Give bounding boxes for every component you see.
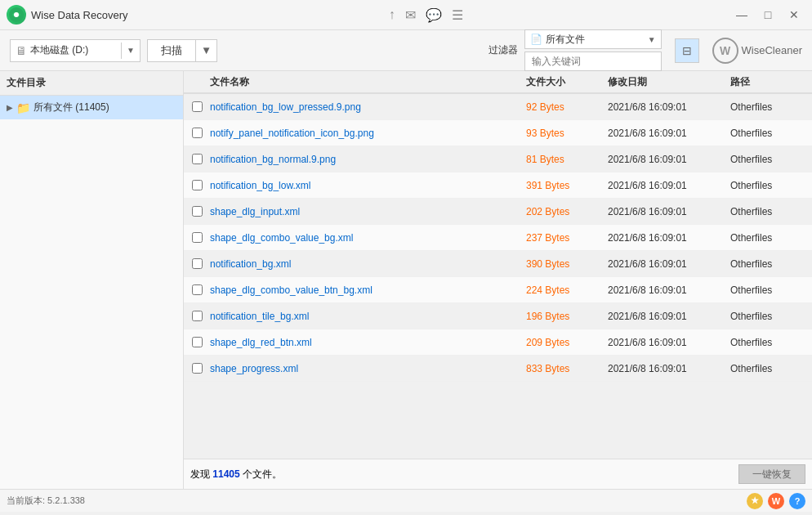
file-name: shape_dlg_combo_value_bg.xml xyxy=(207,232,523,244)
scan-button-group: 扫描 ▼ xyxy=(147,39,217,62)
header-date[interactable]: 修改日期 xyxy=(605,75,727,89)
table-row[interactable]: notification_tile_bg.xml 196 Bytes 2021/… xyxy=(184,303,812,329)
table-row[interactable]: shape_progress.xml 833 Bytes 2021/6/8 16… xyxy=(184,356,812,382)
table-row[interactable]: shape_dlg_input.xml 202 Bytes 2021/6/8 1… xyxy=(184,199,812,225)
email-icon[interactable]: ✉ xyxy=(405,7,416,23)
file-size: 196 Bytes xyxy=(523,311,605,322)
file-size: 92 Bytes xyxy=(523,101,605,113)
sidebar-item-all-files[interactable]: ▶ 📁 所有文件 (11405) xyxy=(0,96,183,119)
footer-icons: ★ W ? xyxy=(747,493,805,509)
file-size: 202 Bytes xyxy=(523,206,605,217)
filter-select[interactable]: 📄 所有文件 ▼ xyxy=(524,29,662,49)
file-checkbox[interactable] xyxy=(187,154,207,164)
wb-icon[interactable]: W xyxy=(768,493,784,509)
minimize-button[interactable]: — xyxy=(730,7,753,23)
file-path: Otherfiles xyxy=(727,232,809,244)
file-path: Otherfiles xyxy=(727,258,809,270)
title-icons: ↑ ✉ 💬 ☰ xyxy=(389,7,463,23)
drive-select[interactable]: 🖥 本地磁盘 (D:) ▼ xyxy=(10,39,141,62)
file-name: shape_dlg_combo_value_btn_bg.xml xyxy=(207,284,523,296)
file-date: 2021/6/8 16:09:01 xyxy=(605,180,727,191)
table-row[interactable]: shape_dlg_red_btn.xml 209 Bytes 2021/6/8… xyxy=(184,329,812,356)
footer-version: 当前版本: 5.2.1.338 xyxy=(7,495,85,507)
file-name: notify_panel_notification_icon_bg.png xyxy=(207,128,523,139)
sidebar: 文件目录 ▶ 📁 所有文件 (11405) xyxy=(0,71,184,489)
maximize-button[interactable]: □ xyxy=(756,7,779,23)
file-path: Otherfiles xyxy=(727,337,809,348)
footer-bar: 当前版本: 5.2.1.338 ★ W ? xyxy=(0,489,812,512)
file-checkbox[interactable] xyxy=(187,232,207,243)
file-checkbox[interactable] xyxy=(187,180,207,190)
table-row[interactable]: shape_dlg_combo_value_btn_bg.xml 224 Byt… xyxy=(184,277,812,303)
sidebar-expand-icon: ▶ xyxy=(7,103,13,112)
file-name: notification_bg_low.xml xyxy=(207,180,523,191)
file-path: Otherfiles xyxy=(727,180,809,191)
folder-icon: 📁 xyxy=(16,101,30,114)
file-size: 237 Bytes xyxy=(523,232,605,244)
drive-label: 本地磁盘 (D:) xyxy=(30,43,118,57)
table-row[interactable]: notification_bg.xml 390 Bytes 2021/6/8 1… xyxy=(184,251,812,277)
table-row[interactable]: shape_dlg_combo_value_bg.xml 237 Bytes 2… xyxy=(184,225,812,251)
split-view-button[interactable]: ⊟ xyxy=(676,39,698,62)
file-name: notification_bg.xml xyxy=(207,258,523,270)
table-row[interactable]: notify_panel_notification_icon_bg.png 93… xyxy=(184,120,812,146)
file-size: 224 Bytes xyxy=(523,284,605,296)
file-name: shape_dlg_input.xml xyxy=(207,206,523,217)
file-size: 81 Bytes xyxy=(523,154,605,165)
drive-dropdown-arrow: ▼ xyxy=(121,43,135,59)
file-date: 2021/6/8 16:09:01 xyxy=(605,128,727,139)
file-date: 2021/6/8 16:09:01 xyxy=(605,258,727,270)
file-size: 209 Bytes xyxy=(523,337,605,348)
file-date: 2021/6/8 16:09:01 xyxy=(605,311,727,322)
file-checkbox[interactable] xyxy=(187,101,207,112)
file-size: 93 Bytes xyxy=(523,128,605,139)
svg-point-1 xyxy=(14,12,19,17)
wisecleaner-logo: W WiseCleaner xyxy=(712,38,802,64)
upload-icon[interactable]: ↑ xyxy=(389,7,395,22)
file-checkbox[interactable] xyxy=(187,363,207,374)
found-suffix: 个文件。 xyxy=(240,468,282,480)
file-checkbox[interactable] xyxy=(187,311,207,321)
chat-icon[interactable]: 💬 xyxy=(426,7,442,23)
table-row[interactable]: notification_bg_low_pressed.9.png 92 Byt… xyxy=(184,94,812,120)
found-prefix: 发现 xyxy=(190,468,212,480)
file-path: Otherfiles xyxy=(727,128,809,139)
search-input[interactable] xyxy=(524,52,662,71)
drive-icon: 🖥 xyxy=(16,44,27,57)
menu-icon[interactable]: ☰ xyxy=(452,7,463,23)
recover-button[interactable]: 一键恢复 xyxy=(738,464,805,484)
file-path: Otherfiles xyxy=(727,363,809,374)
file-date: 2021/6/8 16:09:01 xyxy=(605,337,727,348)
file-path: Otherfiles xyxy=(727,284,809,296)
view-toggle: ⊟ xyxy=(675,38,699,63)
header-name[interactable]: 文件名称 xyxy=(207,75,523,89)
title-controls: — □ ✕ xyxy=(730,7,805,23)
file-name: notification_bg_low_pressed.9.png xyxy=(207,101,523,113)
filter-label: 过滤器 xyxy=(489,43,518,57)
scan-dropdown-button[interactable]: ▼ xyxy=(195,40,216,61)
help-icon[interactable]: ? xyxy=(789,493,805,509)
wisecleaner-icon: W xyxy=(712,38,738,64)
status-bar: 发现 11405 个文件。 一键恢复 xyxy=(184,459,812,489)
file-checkbox[interactable] xyxy=(187,206,207,217)
file-checkbox[interactable] xyxy=(187,128,207,138)
file-name: notification_tile_bg.xml xyxy=(207,311,523,322)
file-name: notification_bg_normal.9.png xyxy=(207,154,523,165)
file-checkbox[interactable] xyxy=(187,284,207,295)
header-path[interactable]: 路径 xyxy=(727,75,809,89)
file-path: Otherfiles xyxy=(727,154,809,165)
table-row[interactable]: notification_bg_low.xml 391 Bytes 2021/6… xyxy=(184,172,812,199)
main-content: 文件目录 ▶ 📁 所有文件 (11405) 文件名称 文件大小 修改日期 路径 … xyxy=(0,71,812,489)
file-date: 2021/6/8 16:09:01 xyxy=(605,101,727,113)
file-checkbox[interactable] xyxy=(187,258,207,269)
file-checkbox[interactable] xyxy=(187,337,207,347)
status-text: 发现 11405 个文件。 xyxy=(190,468,282,481)
table-row[interactable]: notification_bg_normal.9.png 81 Bytes 20… xyxy=(184,146,812,172)
scan-button[interactable]: 扫描 xyxy=(148,40,195,61)
app-title: Wise Data Recovery xyxy=(31,9,127,21)
file-size: 833 Bytes xyxy=(523,363,605,374)
filter-dropdown-arrow: ▼ xyxy=(648,35,656,44)
star-icon[interactable]: ★ xyxy=(747,493,763,509)
close-button[interactable]: ✕ xyxy=(783,7,805,23)
header-size[interactable]: 文件大小 xyxy=(523,75,605,89)
